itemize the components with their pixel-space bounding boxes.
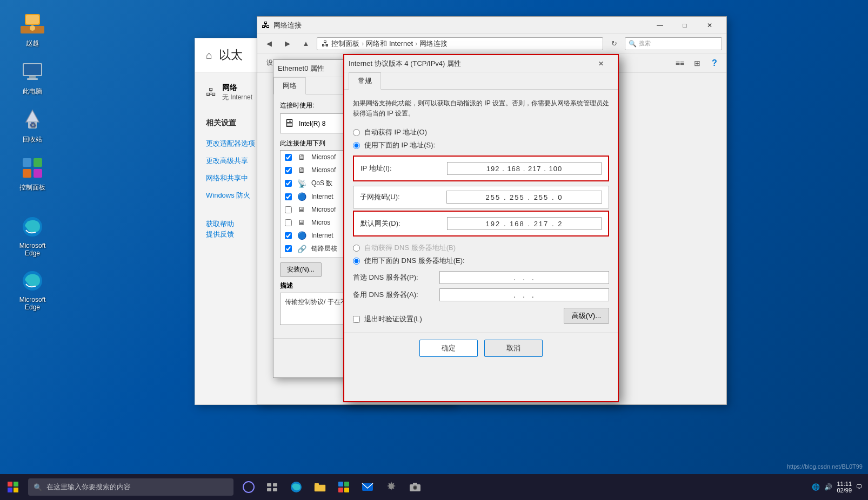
taskbar-explorer[interactable] [309,476,331,498]
svg-rect-6 [29,76,36,78]
install-button[interactable]: 安装(N)... [280,262,322,277]
tcpip-titlebar: Internet 协议版本 4 (TCP/IPv4) 属性 ✕ [344,55,618,72]
taskbar-cortana[interactable] [238,476,259,498]
radio-manual-dns-label: 使用下面的 DNS 服务器地址(E): [364,256,465,266]
svg-point-3 [30,25,35,31]
close-button[interactable]: ✕ [697,17,722,34]
taskbar-edge[interactable] [285,476,307,498]
tcpip-body: 如果网络支持此功能，则可以获取自动指派的 IP 设置。否则，你需要从网络系统管理… [344,90,618,333]
tcpip-close-button[interactable]: ✕ [589,55,613,72]
network-icon: 🖧 [206,86,217,99]
radio-auto-dns-input[interactable] [353,245,360,252]
desktop-icon-user[interactable]: 赵越 [11,11,54,48]
ip-address-input[interactable] [447,162,602,175]
component-name-4: Microsof [311,206,336,213]
alt-dns-row: 备用 DNS 服务器(A): [353,288,609,301]
component-check-6[interactable] [285,232,292,239]
component-icon-4: 🖥 [296,205,307,214]
volume-icon: 🔊 [824,483,832,491]
desktop-icon-control[interactable]: 控制面板 [11,155,54,192]
tab-network[interactable]: 网络 [273,77,306,94]
subnet-mask-input[interactable] [446,191,602,204]
toolbar-right: ≡≡ ⊞ ? [672,56,722,70]
svg-rect-26 [267,483,271,487]
component-icon-5: 🖥 [296,218,307,227]
up-button[interactable]: ▲ [298,36,313,51]
component-check-1[interactable] [285,167,292,174]
desktop-icon-recycle[interactable]: ♻ 回收站 [11,107,54,144]
back-button[interactable]: ◀ [262,36,277,51]
desktop-icon-computer[interactable]: 此电脑 [11,59,54,96]
radio-manual-dns-input[interactable] [353,258,360,265]
settings-home-icon: ⌂ [206,49,212,62]
validate-checkbox[interactable] [353,316,360,323]
component-name-2: QoS 数 [311,179,332,188]
component-check-0[interactable] [285,154,292,161]
computer-icon-label: 此电脑 [23,87,42,96]
minimize-button[interactable]: — [647,17,672,34]
start-button[interactable] [0,474,26,500]
tcpip-ok-button[interactable]: 确定 [419,340,478,357]
taskbar-store[interactable] [333,476,355,498]
radio-manual-ip-input[interactable] [353,142,360,149]
taskbar-clock[interactable]: 11:11 02/99 [837,481,852,494]
component-check-2[interactable] [285,180,292,187]
computer-icon [19,59,45,85]
gateway-label: 默认网关(D): [360,219,447,228]
component-check-5[interactable] [285,219,292,226]
edge2-icon-label: Microsoft Edge [11,296,54,311]
radio-auto-ip-input[interactable] [353,129,360,136]
svg-text:♻: ♻ [29,120,36,129]
settings-link-feedback[interactable]: 提供反馈 [206,228,234,240]
notification-icon[interactable]: 🗨 [856,483,863,491]
search-box[interactable]: 🔍 搜索 [625,37,722,50]
radio-manual-dns[interactable]: 使用下面的 DNS 服务器地址(E): [353,256,609,266]
taskbar-mail[interactable] [357,476,378,498]
network-label: 网络 [222,83,252,93]
component-name-7: 链路层核 [311,244,337,253]
settings-title: 以太 [219,47,243,63]
radio-auto-dns[interactable]: 自动获得 DNS 服务器地址(B) [353,243,609,253]
network-window-title: 网络连接 [273,21,302,30]
component-icon-1: 🖥 [296,166,307,174]
tcpip-desc: 如果网络支持此功能，则可以获取自动指派的 IP 设置。否则，你需要从网络系统管理… [353,98,609,119]
component-check-4[interactable] [285,206,292,213]
view-grid-btn[interactable]: ⊞ [690,56,705,70]
radio-manual-ip-label: 使用下面的 IP 地址(S): [364,140,435,150]
radio-auto-ip[interactable]: 自动获得 IP 地址(O) [353,127,609,137]
user-icon-label: 赵越 [26,39,39,48]
component-icon-6: 🔵 [296,231,307,240]
radio-manual-ip[interactable]: 使用下面的 IP 地址(S): [353,140,609,150]
address-path[interactable]: 🖧 控制面板 › 网络和 Internet › 网络连接 [317,37,603,50]
svg-rect-24 [14,488,18,492]
svg-rect-5 [24,64,41,75]
network-titlebar: 🖧 网络连接 — □ ✕ [257,17,726,34]
taskbar-camera[interactable] [404,476,426,498]
desktop-icon-edge2[interactable]: Microsoft Edge [11,268,54,311]
component-check-7[interactable] [285,245,292,252]
maximize-button[interactable]: □ [672,17,697,34]
alt-dns-input[interactable] [439,288,609,301]
ip-address-row: IP 地址(I): [360,162,602,175]
tcpip-tab-general[interactable]: 常规 [349,72,381,90]
watermark: https://blog.csdn.net/BL0T99 [787,463,863,470]
subnet-mask-label: 子网掩码(U): [360,192,446,202]
desktop-icon-edge1[interactable]: Microsoft Edge [11,214,54,257]
help-btn[interactable]: ? [707,56,722,70]
advanced-button[interactable]: 高级(V)... [564,308,609,324]
taskbar-settings[interactable] [380,476,402,498]
component-icon-2: 📡 [296,179,307,188]
taskbar-search[interactable]: 🔍 在这里输入你要搜索的内容 [28,478,233,496]
component-check-3[interactable] [285,193,292,200]
ip-address-label: IP 地址(I): [360,164,447,173]
refresh-button[interactable]: ↻ [606,36,622,51]
component-name-6: Internet [311,232,333,239]
pref-dns-input[interactable] [439,271,609,284]
gateway-input[interactable] [447,217,602,230]
forward-button[interactable]: ▶ [280,36,295,51]
tcpip-title: Internet 协议版本 4 (TCP/IPv4) 属性 [349,59,589,69]
tcpip-cancel-button[interactable]: 取消 [484,340,543,357]
view-list-btn[interactable]: ≡≡ [672,56,687,70]
network-addressbar: ◀ ▶ ▲ 🖧 控制面板 › 网络和 Internet › 网络连接 ↻ 🔍 搜… [257,34,726,53]
taskbar-tasksview[interactable] [262,476,283,498]
